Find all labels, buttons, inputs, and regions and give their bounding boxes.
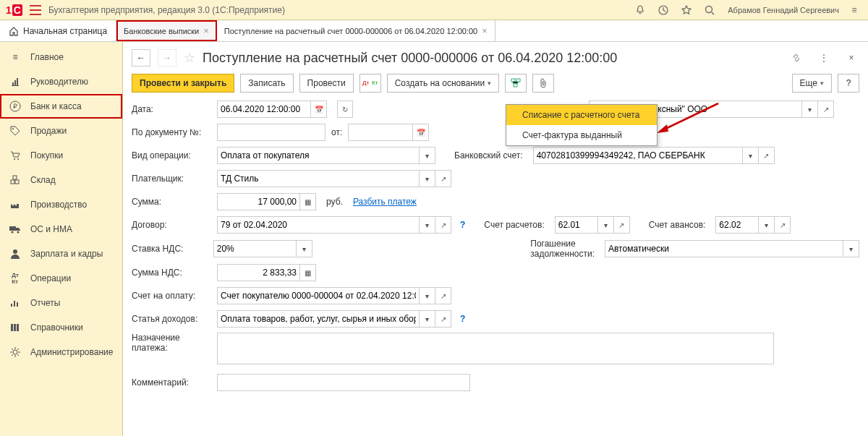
attach-button[interactable] bbox=[532, 74, 554, 93]
structure-button[interactable] bbox=[505, 74, 527, 93]
tab-bar: Начальная страница Банковские выписки × … bbox=[0, 20, 868, 42]
open-icon[interactable]: ↗ bbox=[435, 170, 451, 187]
payer-input[interactable] bbox=[217, 170, 420, 187]
svg-point-17 bbox=[13, 350, 17, 354]
sidebar-item-purchases[interactable]: Покупки bbox=[0, 143, 122, 168]
income-label: Статья доходов: bbox=[132, 314, 211, 324]
invoice-input[interactable] bbox=[217, 287, 420, 304]
sidebar-label: Администрирование bbox=[30, 347, 113, 357]
dropdown-icon[interactable]: ▾ bbox=[743, 147, 759, 164]
open-icon[interactable]: ↗ bbox=[759, 147, 775, 164]
sidebar-item-hr[interactable]: Зарплата и кадры bbox=[0, 241, 122, 266]
open-icon[interactable]: ↗ bbox=[435, 310, 451, 328]
user-menu-icon[interactable]: ≡ bbox=[846, 2, 862, 18]
more-icon[interactable]: ⋮ bbox=[816, 50, 832, 66]
star-icon[interactable] bbox=[678, 2, 694, 18]
dropdown-icon[interactable]: ▾ bbox=[297, 240, 312, 257]
factory-icon bbox=[9, 198, 22, 211]
more-button[interactable]: Еще▾ bbox=[792, 74, 832, 93]
forward-button[interactable]: → bbox=[158, 49, 176, 67]
sidebar-item-operations[interactable]: ДтКтОперации bbox=[0, 266, 122, 291]
sidebar-item-reports[interactable]: Отчеты bbox=[0, 291, 122, 315]
link-icon[interactable] bbox=[788, 50, 804, 66]
back-button[interactable]: ← bbox=[132, 49, 150, 67]
bell-icon[interactable] bbox=[632, 2, 648, 18]
docdate-input[interactable] bbox=[348, 124, 413, 141]
calendar-icon[interactable]: 📅 bbox=[311, 101, 327, 118]
dropdown-icon[interactable]: ▾ bbox=[420, 170, 435, 187]
sidebar-item-warehouse[interactable]: Склад bbox=[0, 168, 122, 192]
debt-input[interactable] bbox=[605, 240, 843, 257]
help-icon[interactable]: ? bbox=[460, 314, 465, 324]
help-icon[interactable]: ? bbox=[460, 220, 465, 230]
tab-home-label: Начальная страница bbox=[23, 26, 107, 36]
calendar-icon[interactable]: 📅 bbox=[413, 124, 429, 141]
sidebar-item-sales[interactable]: Продажи bbox=[0, 119, 122, 143]
calc-icon[interactable]: ▦ bbox=[300, 193, 316, 210]
vat-input[interactable] bbox=[213, 240, 297, 257]
history-icon[interactable] bbox=[655, 2, 671, 18]
svg-rect-14 bbox=[11, 324, 13, 331]
optype-label: Вид операции: bbox=[132, 150, 211, 161]
tab-income-doc[interactable]: Поступление на расчетный счет 0000-00000… bbox=[217, 20, 495, 41]
menu-icon[interactable] bbox=[30, 5, 41, 15]
close-icon[interactable]: × bbox=[482, 25, 488, 36]
dropdown-icon[interactable]: ▾ bbox=[598, 216, 614, 234]
sidebar-item-manager[interactable]: Руководителю bbox=[0, 69, 122, 94]
vatsum-input[interactable] bbox=[217, 264, 300, 281]
sidebar-item-production[interactable]: Производство bbox=[0, 192, 122, 217]
dropdown-icon[interactable]: ▾ bbox=[420, 310, 435, 328]
close-doc-icon[interactable]: × bbox=[843, 50, 859, 66]
refresh-icon[interactable]: ↻ bbox=[337, 101, 353, 118]
create-based-button[interactable]: Создать на основании▾ bbox=[387, 74, 500, 93]
optype-input[interactable] bbox=[217, 147, 420, 164]
help-button[interactable]: ? bbox=[838, 74, 859, 93]
income-input[interactable] bbox=[217, 310, 420, 328]
purpose-textarea[interactable] bbox=[217, 333, 774, 364]
dropdown-icon[interactable]: ▾ bbox=[420, 216, 435, 234]
favorite-icon[interactable]: ☆ bbox=[184, 50, 195, 66]
open-icon[interactable]: ↗ bbox=[818, 101, 834, 118]
dropdown-icon[interactable]: ▾ bbox=[843, 240, 859, 257]
sidebar-item-admin[interactable]: Администрирование bbox=[0, 340, 122, 364]
dropdown-icon[interactable]: ▾ bbox=[420, 147, 435, 164]
sidebar-item-main[interactable]: ≡Главное bbox=[0, 45, 122, 69]
user-name[interactable]: Абрамов Геннадий Сергеевич bbox=[728, 6, 839, 14]
accadv-input[interactable] bbox=[715, 216, 759, 234]
svg-point-1 bbox=[706, 6, 712, 12]
post-close-button[interactable]: Провести и закрыть bbox=[132, 74, 234, 93]
date-input[interactable] bbox=[217, 101, 311, 118]
acc-label: Счет расчетов: bbox=[484, 220, 544, 230]
tab-home[interactable]: Начальная страница bbox=[0, 20, 116, 41]
tab-label: Поступление на расчетный счет 0000-00000… bbox=[224, 27, 477, 35]
acc-input[interactable] bbox=[555, 216, 598, 234]
contract-input[interactable] bbox=[217, 216, 420, 234]
dropdown-item-writeoff[interactable]: Списание с расчетного счета bbox=[506, 105, 657, 125]
sidebar-label: Продажи bbox=[30, 126, 67, 136]
comment-input[interactable] bbox=[217, 374, 470, 391]
dropdown-icon[interactable]: ▾ bbox=[802, 101, 818, 118]
docnum-label: По документу №: bbox=[132, 127, 211, 137]
dropdown-item-invoice[interactable]: Счет-фактура выданный bbox=[506, 125, 657, 145]
post-button[interactable]: Провести bbox=[299, 74, 354, 93]
calc-icon[interactable]: ▦ bbox=[300, 264, 316, 281]
search-icon[interactable] bbox=[702, 2, 718, 18]
sidebar-item-bank[interactable]: ₽Банк и касса bbox=[0, 94, 122, 119]
sum-input[interactable] bbox=[217, 193, 300, 210]
open-icon[interactable]: ↗ bbox=[614, 216, 630, 234]
dtkt-button[interactable]: ДтКт bbox=[359, 74, 381, 93]
open-icon[interactable]: ↗ bbox=[435, 287, 451, 304]
split-payment-link[interactable]: Разбить платеж bbox=[353, 197, 417, 207]
sidebar-item-directories[interactable]: Справочники bbox=[0, 315, 122, 340]
tab-bank-statements[interactable]: Банковские выписки × bbox=[116, 20, 217, 41]
close-icon[interactable]: × bbox=[203, 25, 209, 36]
open-icon[interactable]: ↗ bbox=[435, 216, 451, 234]
open-icon[interactable]: ↗ bbox=[775, 216, 791, 234]
save-button[interactable]: Записать bbox=[240, 74, 293, 93]
dropdown-icon[interactable]: ▾ bbox=[420, 287, 435, 304]
contract-label: Договор: bbox=[132, 220, 211, 230]
sidebar-item-assets[interactable]: ОС и НМА bbox=[0, 217, 122, 241]
bankacc-input[interactable] bbox=[533, 147, 743, 164]
dropdown-icon[interactable]: ▾ bbox=[759, 216, 775, 234]
docnum-input[interactable] bbox=[217, 124, 326, 141]
